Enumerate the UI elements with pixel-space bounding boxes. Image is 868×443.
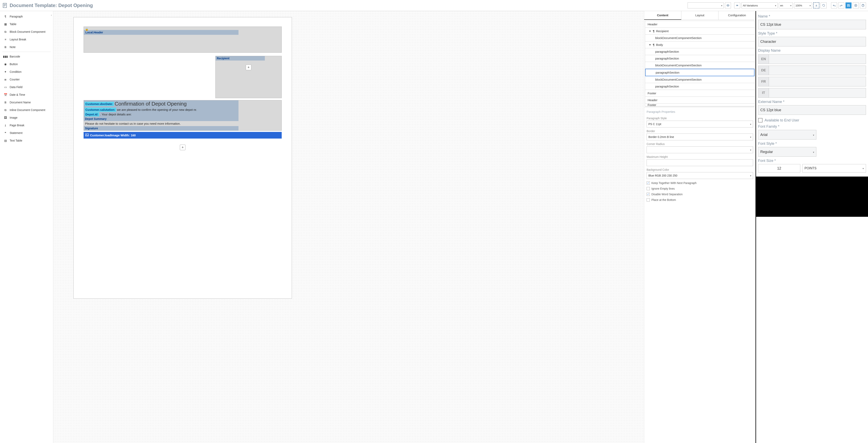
tree-row[interactable]: ▼¶Body xyxy=(645,41,754,48)
palette-block-document-component[interactable]: ⧉Block Document Component xyxy=(0,28,53,36)
redo-button[interactable] xyxy=(838,2,844,8)
depot-id-field: Depot.id: xyxy=(85,112,99,116)
tab-configuration[interactable]: Configuration xyxy=(718,11,755,20)
palette-label: Note xyxy=(10,46,16,49)
collapse-left-icon[interactable]: ‹ xyxy=(51,13,52,17)
chevron-down-icon[interactable]: ▼ xyxy=(649,43,651,46)
tree-row[interactable]: paragraphSection xyxy=(645,69,754,76)
max-height-input[interactable] xyxy=(647,159,753,166)
header-block[interactable]: 🔒 Local.Header xyxy=(84,27,282,53)
display-name-it-input[interactable] xyxy=(769,88,866,98)
zoom-select[interactable]: 100% xyxy=(794,2,812,8)
palette-paragraph[interactable]: ¶Paragraph xyxy=(0,13,53,20)
paragraph-style-select[interactable]: PS C 11pt xyxy=(647,121,753,127)
style-type-input[interactable]: Character xyxy=(758,37,866,47)
recipient-label: Recipient xyxy=(216,56,265,61)
lang-code-it: IT xyxy=(758,88,769,98)
recipient-block[interactable]: Recipient + xyxy=(215,56,282,98)
undo-button[interactable] xyxy=(831,2,837,8)
page-select[interactable] xyxy=(688,2,724,8)
image-icon: 🖼 xyxy=(4,116,7,119)
palette-label: Block Document Component xyxy=(10,30,45,33)
tree-label: blockDocumentComponentSection xyxy=(655,63,702,67)
palette-document-name[interactable]: 🗎Document Name xyxy=(0,98,53,106)
tree-row[interactable]: blockDocumentComponentSection xyxy=(645,35,754,41)
font-family-select[interactable]: Arial xyxy=(758,130,816,140)
add-recipient-button[interactable]: + xyxy=(246,64,251,70)
right-panel: Name * CS 12pt blue Style Type * Charact… xyxy=(755,11,868,443)
tree-row[interactable]: paragraphSection xyxy=(645,55,754,62)
palette-label: Paragraph xyxy=(10,15,23,18)
body-line2: . Your depot details are: xyxy=(100,113,132,116)
disable-word-sep-check[interactable]: ✓Disable Word Separation xyxy=(647,193,753,196)
palette-date-time[interactable]: 📅Date & Time xyxy=(0,91,53,98)
language-select[interactable]: en xyxy=(779,2,793,8)
palette-layout-break[interactable]: ≡Layout Break xyxy=(0,36,53,43)
chevron-down-icon[interactable]: ▼ xyxy=(649,30,651,33)
body-block[interactable]: Customer.docDate: Confirmation of Depot … xyxy=(84,100,282,131)
tree-row[interactable]: blockDocumentComponentSection xyxy=(645,76,754,83)
display-name-fr-input[interactable] xyxy=(769,77,866,86)
display-name-de-input[interactable] xyxy=(769,65,866,75)
display-name-label: Display Name xyxy=(758,49,866,53)
keep-together-check[interactable]: ✓Keep Together With Next Paragraph xyxy=(647,181,753,185)
palette-barcode[interactable]: ▮▮▮Barcode xyxy=(0,53,53,60)
palette-table[interactable]: ▦Table xyxy=(0,20,53,28)
tree-row[interactable]: Header xyxy=(645,97,754,104)
tab-layout[interactable]: Layout xyxy=(681,11,718,20)
salutation-field: Customer.salutation: xyxy=(85,108,116,112)
palette-image[interactable]: 🖼Image xyxy=(0,114,53,121)
variations-select[interactable]: All Variations xyxy=(741,2,778,8)
barcode-icon: ▮▮▮ xyxy=(4,55,7,58)
close-button[interactable] xyxy=(853,2,859,8)
palette-button[interactable]: ◉Button xyxy=(0,60,53,68)
palette-statement[interactable]: ❝Statement xyxy=(0,129,53,137)
tree-row[interactable]: ▼¶Recipient xyxy=(645,28,754,35)
tab-content[interactable]: Content xyxy=(644,11,681,20)
palette-label: Layout Break xyxy=(10,38,26,41)
tree-row[interactable]: paragraphSection xyxy=(645,83,754,90)
bg-color-select[interactable]: Blue RGB 200 230 250 xyxy=(647,172,753,179)
font-style-select[interactable]: Regular xyxy=(758,147,816,157)
available-check[interactable]: Available to End User xyxy=(758,118,866,122)
max-height-label: Maximum Height xyxy=(647,155,753,158)
date-time-icon: 📅 xyxy=(4,93,7,96)
split-icon[interactable] xyxy=(734,2,740,8)
palette-label: Image xyxy=(10,116,18,119)
palette-page-break[interactable]: ⤓Page Break xyxy=(0,121,53,129)
save-button[interactable] xyxy=(845,2,851,8)
condition-icon: ✦ xyxy=(4,70,7,73)
external-name-input[interactable]: CS 12pt blue xyxy=(758,105,866,115)
palette-condition[interactable]: ✦Condition xyxy=(0,68,53,76)
palette-inline-document-component[interactable]: ⧉Inline Document Component xyxy=(0,106,53,114)
corner-radius-select[interactable] xyxy=(647,146,753,153)
char-style-icon[interactable]: a xyxy=(813,2,819,8)
add-body-button[interactable]: + xyxy=(180,145,185,150)
font-size-unit[interactable]: POINTS xyxy=(802,164,866,173)
palette-counter[interactable]: ≣Counter xyxy=(0,76,53,83)
font-size-input[interactable]: 12 xyxy=(758,164,800,173)
palette-data-field[interactable]: ▭Data Field xyxy=(0,83,53,91)
preview-button[interactable] xyxy=(725,2,731,8)
name-input[interactable]: CS 12pt blue xyxy=(758,20,866,29)
tree-row[interactable]: Footer xyxy=(645,90,754,97)
help-button[interactable] xyxy=(860,2,866,8)
tree-label: paragraphSection xyxy=(655,85,679,88)
bg-color-label: Background Color xyxy=(647,168,753,171)
palette-note[interactable]: 🗎Note xyxy=(0,43,53,51)
border-select[interactable]: Border 0.2mm B line xyxy=(647,134,753,140)
tree-row[interactable]: paragraphSection xyxy=(645,48,754,55)
palette-text-table[interactable]: ▤Text Table xyxy=(0,137,53,144)
ignore-empty-check[interactable]: Ignore Empty lines xyxy=(647,187,753,190)
canvas[interactable]: 🔒 Local.Header Recipient + Customer.docD… xyxy=(53,11,644,443)
refresh-button[interactable] xyxy=(820,2,827,8)
tree-row[interactable]: blockDocumentComponentSection xyxy=(645,62,754,69)
page-break-icon: ⤓ xyxy=(4,123,7,127)
tree-label: Header xyxy=(648,23,657,26)
place-bottom-check[interactable]: Place at the Bottom xyxy=(647,198,753,202)
tree-row[interactable]: Header xyxy=(645,21,754,28)
image-bar[interactable]: Customer.loadImage Width: 160 xyxy=(84,132,282,139)
display-name-en-input[interactable] xyxy=(769,54,866,64)
tree-row[interactable]: Footer xyxy=(645,104,754,107)
font-style-label: Font Style * xyxy=(758,142,866,146)
